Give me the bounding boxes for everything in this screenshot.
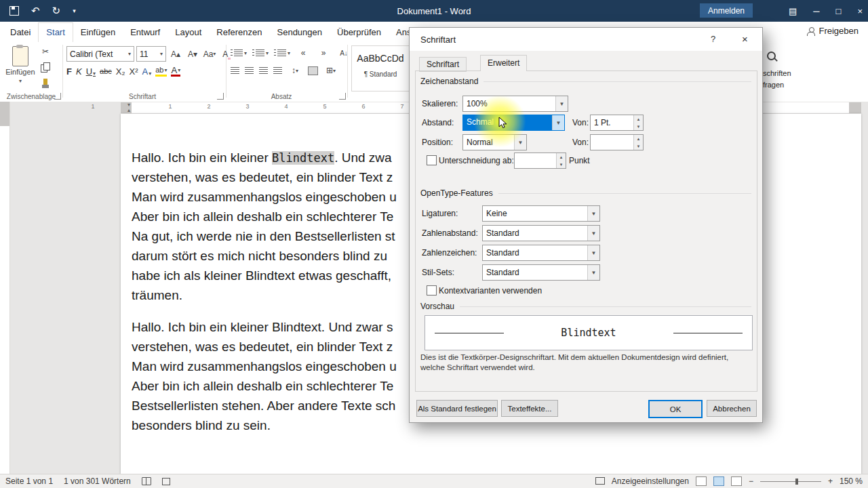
text-effects-icon[interactable]: A▾ bbox=[142, 66, 152, 77]
zahlenzeichen-dropdown[interactable]: Standard ▼ bbox=[482, 245, 600, 261]
zoom-level[interactable]: 150 % bbox=[840, 476, 863, 486]
highlight-color-icon[interactable]: ab▾ bbox=[155, 66, 167, 77]
chevron-down-icon[interactable]: ▼ bbox=[587, 206, 599, 221]
macro-icon[interactable] bbox=[162, 478, 170, 485]
spin-down-icon[interactable]: ▼ bbox=[557, 161, 566, 168]
font-name-combobox[interactable]: Calibri (Text ▾ bbox=[66, 46, 134, 62]
dialog-tab-schriftart[interactable]: Schriftart bbox=[419, 57, 467, 72]
align-left-icon[interactable] bbox=[231, 67, 239, 75]
ribbon-display-options-icon[interactable]: ▤ bbox=[789, 6, 797, 16]
hanging-indent-marker[interactable]: ▴ bbox=[127, 107, 130, 113]
zahlenabstand-dropdown[interactable]: Standard ▼ bbox=[482, 225, 600, 241]
clipboard-dialog-launcher[interactable] bbox=[54, 93, 61, 100]
print-layout-icon[interactable] bbox=[713, 476, 724, 486]
ok-button[interactable]: OK bbox=[648, 400, 703, 418]
cut-icon[interactable]: ✂ bbox=[38, 45, 53, 58]
line-spacing-icon[interactable]: ↕▾ bbox=[288, 64, 302, 77]
tab-layout[interactable]: Layout bbox=[167, 22, 209, 42]
shading-icon[interactable] bbox=[308, 66, 318, 75]
save-icon[interactable] bbox=[9, 6, 19, 16]
chevron-down-icon[interactable]: ▾ bbox=[126, 51, 131, 57]
align-right-icon[interactable] bbox=[259, 67, 268, 75]
zoom-slider[interactable] bbox=[760, 481, 821, 482]
format-painter-icon[interactable] bbox=[38, 76, 53, 89]
chevron-down-icon[interactable]: ▼ bbox=[587, 265, 599, 280]
paragraph-dialog-launcher[interactable] bbox=[339, 93, 346, 100]
search-icon[interactable] bbox=[767, 52, 776, 60]
superscript-icon[interactable]: X² bbox=[130, 66, 138, 77]
zoom-slider-thumb[interactable] bbox=[795, 479, 798, 485]
tab-sendungen[interactable]: Sendungen bbox=[270, 22, 330, 42]
spellcheck-icon[interactable] bbox=[142, 477, 151, 485]
tab-einfügen[interactable]: Einfügen bbox=[73, 22, 123, 42]
tab-start[interactable]: Start bbox=[38, 22, 73, 42]
signin-button[interactable]: Anmelden bbox=[700, 3, 753, 18]
web-layout-icon[interactable] bbox=[731, 476, 742, 486]
minimize-icon[interactable]: ─ bbox=[813, 6, 819, 16]
spin-up-icon[interactable]: ▲ bbox=[634, 135, 643, 142]
share-button[interactable]: Freigeben bbox=[807, 26, 859, 36]
increase-indent-icon[interactable]: » bbox=[316, 46, 331, 60]
redo-icon[interactable]: ↻ bbox=[52, 5, 61, 17]
chevron-down-icon[interactable]: ▾ bbox=[158, 51, 163, 57]
ligaturen-dropdown[interactable]: Keine ▼ bbox=[482, 205, 600, 222]
kontextvarianten-checkbox[interactable] bbox=[427, 285, 437, 296]
chevron-down-icon[interactable]: ▼ bbox=[514, 135, 526, 150]
spin-down-icon[interactable]: ▼ bbox=[634, 142, 643, 150]
chevron-down-icon[interactable]: ▼ bbox=[587, 245, 599, 260]
chevron-down-icon[interactable]: ▼ bbox=[552, 115, 564, 130]
underline-icon[interactable]: U▾ bbox=[86, 66, 96, 77]
tab-datei[interactable]: Datei bbox=[3, 22, 38, 42]
strikethrough-icon[interactable]: abc bbox=[100, 67, 112, 75]
zoom-in-icon[interactable]: + bbox=[828, 476, 833, 486]
set-default-button[interactable]: Als Standard festlegen bbox=[416, 400, 498, 417]
document-text[interactable]: Hallo. Ich bin ein kleiner Blindtext. Un… bbox=[132, 148, 397, 435]
paste-dropdown-icon[interactable]: ▾ bbox=[19, 78, 22, 84]
font-color-icon[interactable]: A▾ bbox=[171, 66, 180, 77]
chevron-down-icon[interactable]: ▼ bbox=[587, 226, 599, 241]
grow-font-icon[interactable]: A▴ bbox=[168, 47, 183, 61]
paste-button[interactable]: Einfügen ▾ bbox=[5, 45, 35, 95]
dialog-close-icon[interactable]: × bbox=[742, 33, 748, 45]
kerning-checkbox[interactable] bbox=[427, 155, 437, 165]
text-effects-button[interactable]: Texteffekte... bbox=[501, 400, 558, 417]
font-size-combobox[interactable]: 11 ▾ bbox=[136, 46, 166, 62]
align-center-icon[interactable] bbox=[245, 67, 254, 75]
kerning-spinner[interactable]: ▲▼ bbox=[514, 152, 566, 169]
page-count[interactable]: Seite 1 von 1 bbox=[5, 476, 53, 486]
shrink-font-icon[interactable]: A▾ bbox=[185, 47, 200, 61]
von1-spinner[interactable]: 1 Pt. ▲▼ bbox=[590, 115, 644, 131]
selected-text[interactable]: Blindtext bbox=[272, 151, 334, 165]
tab-überprüfen[interactable]: Überprüfen bbox=[330, 22, 389, 42]
borders-icon[interactable]: ⊞▾ bbox=[323, 64, 338, 77]
undo-icon[interactable]: ↶ bbox=[31, 5, 40, 17]
display-settings-label[interactable]: Anzeigeeinstellungen bbox=[612, 476, 689, 486]
spin-up-icon[interactable]: ▲ bbox=[634, 115, 643, 123]
customize-quick-access-icon[interactable]: ▾ bbox=[73, 7, 76, 14]
multilevel-list-icon[interactable]: ▾ bbox=[274, 49, 290, 57]
copy-icon[interactable] bbox=[38, 60, 53, 74]
cancel-button[interactable]: Abbrechen bbox=[707, 400, 757, 417]
decrease-indent-icon[interactable]: « bbox=[296, 46, 311, 60]
tab-referenzen[interactable]: Referenzen bbox=[209, 22, 269, 42]
position-dropdown[interactable]: Normal ▼ bbox=[462, 134, 527, 150]
vertical-ruler[interactable] bbox=[0, 102, 10, 474]
restore-icon[interactable]: □ bbox=[836, 6, 842, 16]
zoom-out-icon[interactable]: − bbox=[749, 476, 753, 486]
change-case-icon[interactable]: Aa▾ bbox=[202, 47, 217, 61]
von2-spinner[interactable]: ▲▼ bbox=[590, 134, 644, 150]
tab-entwurf[interactable]: Entwurf bbox=[123, 22, 167, 42]
sort-icon[interactable]: A↓ bbox=[336, 46, 351, 60]
style-standard[interactable]: AaBbCcDd ¶ Standard bbox=[351, 45, 410, 92]
numbering-icon[interactable]: ▾ bbox=[252, 49, 269, 57]
word-count[interactable]: 1 von 301 Wörtern bbox=[64, 476, 131, 486]
display-settings-icon[interactable] bbox=[595, 477, 605, 485]
abstand-dropdown[interactable]: Schmal ▼ bbox=[462, 115, 565, 131]
italic-icon[interactable]: K bbox=[76, 66, 82, 77]
read-mode-icon[interactable] bbox=[696, 476, 707, 486]
close-icon[interactable]: × bbox=[857, 6, 863, 16]
stilsets-dropdown[interactable]: Standard ▼ bbox=[482, 264, 600, 281]
dialog-tab-erweitert[interactable]: Erweitert bbox=[480, 55, 527, 71]
chevron-down-icon[interactable]: ▼ bbox=[555, 96, 568, 111]
subscript-icon[interactable]: X₂ bbox=[116, 66, 125, 77]
